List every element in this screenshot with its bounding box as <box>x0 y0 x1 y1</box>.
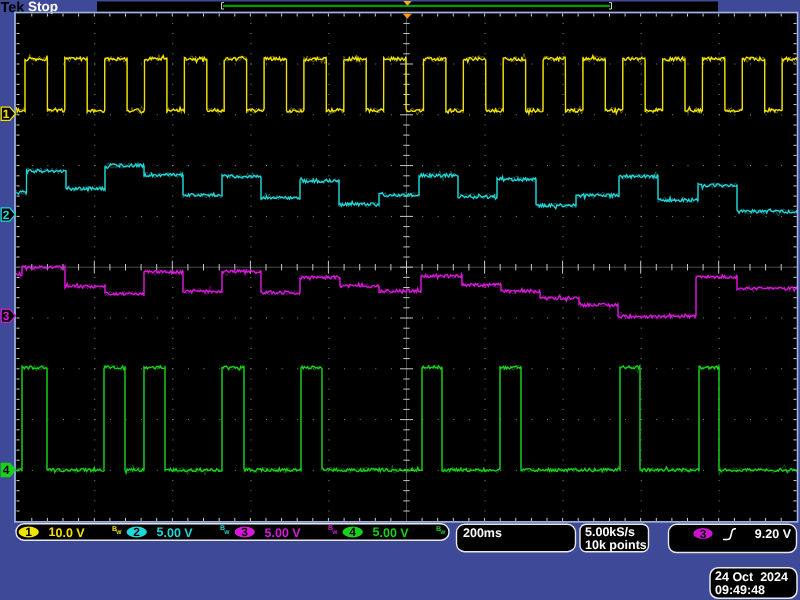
svg-text:1: 1 <box>25 525 32 539</box>
svg-text:24 Oct 2024: 24 Oct 2024 <box>715 570 788 584</box>
svg-text:W: W <box>224 530 230 536</box>
svg-text:4: 4 <box>3 463 10 477</box>
svg-text:1: 1 <box>3 107 10 121</box>
svg-text:5.00 V: 5.00 V <box>264 526 301 540</box>
svg-text:09:49:48: 09:49:48 <box>715 583 765 597</box>
svg-text:10.0 V: 10.0 V <box>48 526 85 540</box>
svg-text:W: W <box>332 530 338 536</box>
svg-text:10k points: 10k points <box>585 538 647 552</box>
svg-text:W: W <box>440 530 446 536</box>
svg-text:3: 3 <box>3 309 10 323</box>
svg-text:2: 2 <box>133 525 140 539</box>
svg-text:4: 4 <box>349 525 356 539</box>
svg-text:5.00kS/s: 5.00kS/s <box>585 525 635 539</box>
svg-text:2: 2 <box>3 208 10 222</box>
svg-text:9.20 V: 9.20 V <box>755 527 792 541</box>
svg-text:5.00 V: 5.00 V <box>372 526 409 540</box>
svg-text:3: 3 <box>700 527 707 541</box>
svg-text:5.00 V: 5.00 V <box>156 526 193 540</box>
svg-text:W: W <box>116 530 122 536</box>
svg-text:200ms: 200ms <box>463 526 502 540</box>
svg-text:3: 3 <box>241 525 248 539</box>
